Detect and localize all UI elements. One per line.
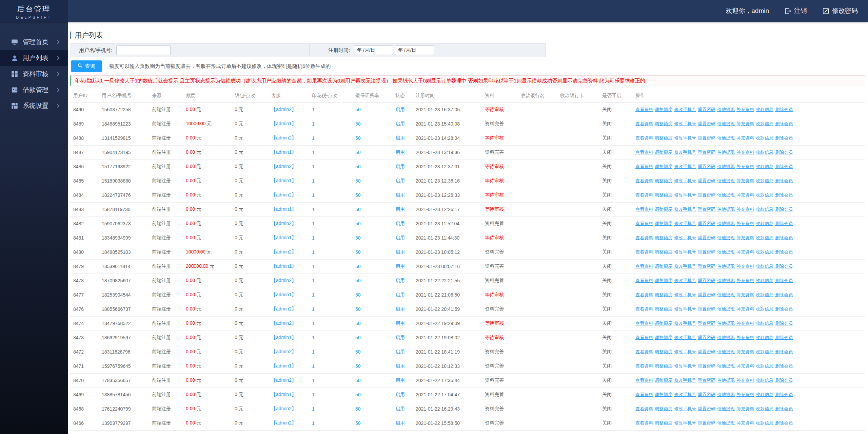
- guarantee-rate-link[interactable]: 50: [355, 107, 361, 112]
- action-urge-withdraw[interactable]: 催他提现: [717, 135, 735, 140]
- service-link[interactable]: 【admin2】: [271, 249, 296, 254]
- action-view-profile[interactable]: 查看资料: [635, 321, 653, 326]
- service-link[interactable]: 【admin2】: [271, 135, 296, 140]
- action-delete-member[interactable]: 删除会员: [775, 178, 793, 183]
- action-adjust-quota[interactable]: 调整额度: [655, 349, 672, 354]
- action-change-phone[interactable]: 修改手机号: [674, 249, 696, 254]
- stamp-tax-link[interactable]: 1: [312, 321, 315, 326]
- action-reset-password[interactable]: 重置密码: [698, 107, 715, 112]
- action-reset-password[interactable]: 重置密码: [698, 278, 715, 283]
- action-delete-member[interactable]: 删除会员: [775, 292, 793, 297]
- action-payment-info[interactable]: 收款信息: [756, 292, 773, 297]
- regtime-end-input[interactable]: 年 /月/日: [395, 45, 434, 55]
- action-supplement-profile[interactable]: 补充资料: [736, 420, 754, 426]
- action-reset-password[interactable]: 重置密码: [698, 349, 715, 354]
- stamp-tax-link[interactable]: 1: [312, 363, 315, 369]
- action-urge-withdraw[interactable]: 催他提现: [717, 392, 735, 397]
- guarantee-rate-link[interactable]: 50: [355, 221, 361, 226]
- action-payment-info[interactable]: 收款信息: [756, 278, 773, 283]
- status-badge[interactable]: 启用: [395, 349, 405, 354]
- stamp-tax-link[interactable]: 1: [312, 192, 315, 198]
- action-view-profile[interactable]: 查看资料: [635, 150, 653, 155]
- action-adjust-quota[interactable]: 调整额度: [655, 135, 672, 140]
- action-supplement-profile[interactable]: 补充资料: [736, 107, 754, 112]
- status-badge[interactable]: 启用: [395, 420, 405, 426]
- action-payment-info[interactable]: 收款信息: [756, 164, 773, 169]
- action-change-phone[interactable]: 修改手机号: [674, 292, 696, 297]
- guarantee-rate-link[interactable]: 50: [355, 335, 361, 340]
- action-view-profile[interactable]: 查看资料: [635, 378, 653, 383]
- action-adjust-quota[interactable]: 调整额度: [655, 107, 672, 112]
- action-supplement-profile[interactable]: 补充资料: [736, 121, 754, 126]
- status-badge[interactable]: 启用: [395, 278, 405, 283]
- action-delete-member[interactable]: 删除会员: [775, 264, 793, 269]
- guarantee-rate-link[interactable]: 50: [355, 164, 361, 169]
- action-adjust-quota[interactable]: 调整额度: [655, 192, 672, 197]
- action-urge-withdraw[interactable]: 催他提现: [717, 306, 735, 312]
- action-view-profile[interactable]: 查看资料: [635, 278, 653, 283]
- action-delete-member[interactable]: 删除会员: [775, 164, 793, 169]
- action-payment-info[interactable]: 收款信息: [756, 178, 773, 183]
- action-urge-withdraw[interactable]: 催他提现: [717, 249, 735, 254]
- action-change-phone[interactable]: 修改手机号: [674, 321, 696, 326]
- stamp-tax-link[interactable]: 1: [312, 292, 315, 298]
- action-supplement-profile[interactable]: 补充资料: [736, 378, 754, 383]
- action-delete-member[interactable]: 删除会员: [775, 378, 793, 383]
- stamp-tax-link[interactable]: 1: [312, 278, 315, 283]
- action-reset-password[interactable]: 重置密码: [698, 420, 715, 426]
- sidebar-item-audit[interactable]: 资料审核: [0, 66, 68, 82]
- action-reset-password[interactable]: 重置密码: [698, 207, 715, 212]
- action-adjust-quota[interactable]: 调整额度: [655, 278, 672, 283]
- action-view-profile[interactable]: 查看资料: [635, 406, 653, 411]
- action-delete-member[interactable]: 删除会员: [775, 420, 793, 426]
- action-view-profile[interactable]: 查看资料: [635, 207, 653, 212]
- action-view-profile[interactable]: 查看资料: [635, 349, 653, 354]
- action-urge-withdraw[interactable]: 催他提现: [717, 221, 735, 226]
- action-payment-info[interactable]: 收款信息: [756, 107, 773, 112]
- guarantee-rate-link[interactable]: 50: [355, 392, 361, 397]
- service-link[interactable]: 【admin2】: [271, 420, 296, 426]
- action-payment-info[interactable]: 收款信息: [756, 335, 773, 340]
- action-adjust-quota[interactable]: 调整额度: [655, 406, 672, 411]
- action-adjust-quota[interactable]: 调整额度: [655, 150, 672, 155]
- guarantee-rate-link[interactable]: 50: [355, 135, 361, 141]
- sidebar-item-user-list[interactable]: 用户列表: [0, 50, 68, 66]
- action-adjust-quota[interactable]: 调整额度: [655, 121, 672, 126]
- service-link[interactable]: 【admin2】: [271, 221, 296, 226]
- action-adjust-quota[interactable]: 调整额度: [655, 221, 672, 226]
- action-payment-info[interactable]: 收款信息: [756, 349, 773, 354]
- action-supplement-profile[interactable]: 补充资料: [736, 178, 754, 183]
- action-reset-password[interactable]: 重置密码: [698, 164, 715, 169]
- action-payment-info[interactable]: 收款信息: [756, 420, 773, 426]
- action-reset-password[interactable]: 重置密码: [698, 321, 715, 326]
- service-link[interactable]: 【admin1】: [271, 178, 296, 183]
- service-link[interactable]: 【admin1】: [271, 206, 296, 212]
- status-badge[interactable]: 启用: [395, 363, 405, 369]
- guarantee-rate-link[interactable]: 50: [355, 264, 361, 269]
- service-link[interactable]: 【admin1】: [271, 392, 296, 397]
- action-payment-info[interactable]: 收款信息: [756, 378, 773, 383]
- action-reset-password[interactable]: 重置密码: [698, 235, 715, 240]
- action-supplement-profile[interactable]: 补充资料: [736, 264, 754, 269]
- action-view-profile[interactable]: 查看资料: [635, 249, 653, 254]
- action-supplement-profile[interactable]: 补充资料: [736, 235, 754, 240]
- action-urge-withdraw[interactable]: 催他提现: [717, 164, 735, 169]
- stamp-tax-link[interactable]: 1: [312, 178, 315, 184]
- action-supplement-profile[interactable]: 补充资料: [736, 207, 754, 212]
- service-link[interactable]: 【admin2】: [271, 306, 296, 312]
- action-view-profile[interactable]: 查看资料: [635, 392, 653, 397]
- service-link[interactable]: 【admin1】: [271, 235, 296, 240]
- action-urge-withdraw[interactable]: 催他提现: [717, 264, 735, 269]
- action-view-profile[interactable]: 查看资料: [635, 178, 653, 183]
- action-change-phone[interactable]: 修改手机号: [674, 164, 696, 169]
- stamp-tax-link[interactable]: 1: [312, 221, 315, 226]
- action-payment-info[interactable]: 收款信息: [756, 121, 773, 126]
- action-view-profile[interactable]: 查看资料: [635, 221, 653, 226]
- stamp-tax-link[interactable]: 1: [312, 349, 315, 355]
- action-delete-member[interactable]: 删除会员: [775, 150, 793, 155]
- service-link[interactable]: 【admin2】: [271, 107, 296, 112]
- guarantee-rate-link[interactable]: 50: [355, 349, 361, 355]
- guarantee-rate-link[interactable]: 50: [355, 406, 361, 412]
- action-view-profile[interactable]: 查看资料: [635, 192, 653, 197]
- action-reset-password[interactable]: 重置密码: [698, 392, 715, 397]
